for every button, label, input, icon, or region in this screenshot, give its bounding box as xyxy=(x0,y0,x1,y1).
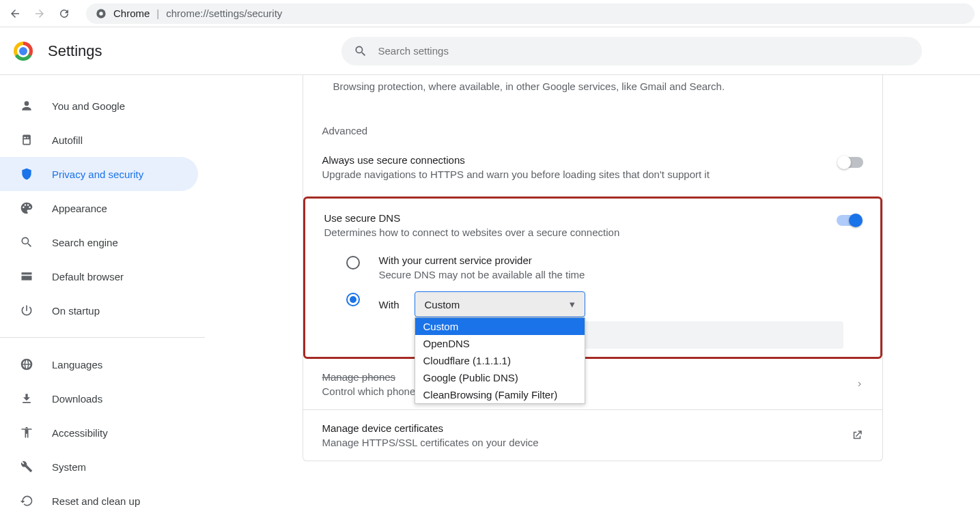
setting-description: Upgrade navigations to HTTPS and warn yo… xyxy=(322,169,825,180)
option-description: Secure DNS may not be available all the … xyxy=(379,269,585,280)
setting-always-secure-connections: Always use secure connections Upgrade na… xyxy=(303,143,882,191)
autofill-icon xyxy=(19,132,34,147)
person-icon xyxy=(19,98,34,113)
address-divider: | xyxy=(156,8,159,19)
sidebar-item-label: Reset and clean up xyxy=(52,495,140,507)
search-icon xyxy=(19,235,34,250)
setting-title: Use secure DNS xyxy=(324,212,823,224)
reload-button[interactable] xyxy=(55,4,74,23)
page-title: Settings xyxy=(48,42,102,60)
sidebar-item-system[interactable]: System xyxy=(0,450,198,484)
wrench-icon xyxy=(19,459,34,474)
sidebar-item-search-engine[interactable]: Search engine xyxy=(0,225,198,259)
secure-dns-provider-dropdown[interactable]: Custom ▾ xyxy=(415,291,585,317)
sidebar-item-label: You and Google xyxy=(52,100,125,112)
search-icon xyxy=(354,44,367,58)
address-prefix: Chrome xyxy=(113,8,150,19)
setting-manage-phones[interactable]: Manage phones Control which phones you u… xyxy=(303,359,882,409)
secure-dns-provider-dropdown-list: Custom OpenDNS Cloudflare (1.1.1.1) Goog… xyxy=(415,317,585,404)
sidebar-item-label: Accessibility xyxy=(52,427,108,439)
search-input[interactable] xyxy=(378,45,910,57)
secure-dns-option-current-provider[interactable]: With your current service provider Secur… xyxy=(305,249,880,286)
sidebar-item-label: Languages xyxy=(52,359,102,370)
dropdown-option-google[interactable]: Google (Public DNS) xyxy=(415,369,585,386)
external-link-icon xyxy=(851,429,863,441)
dropdown-option-custom[interactable]: Custom xyxy=(415,318,585,335)
palette-icon xyxy=(19,201,34,216)
toggle-always-secure-connections[interactable] xyxy=(839,157,863,168)
setting-title: Manage device certificates xyxy=(322,422,539,434)
sidebar-item-on-startup[interactable]: On startup xyxy=(0,293,198,328)
option-with-label: With xyxy=(379,299,400,310)
search-settings-field[interactable] xyxy=(341,37,922,66)
sidebar-item-label: Privacy and security xyxy=(52,169,143,180)
toggle-use-secure-dns[interactable] xyxy=(837,215,861,226)
option--title: With your current service provider xyxy=(379,254,585,266)
accessibility-icon xyxy=(19,425,34,440)
settings-sidebar: You and Google Autofill Privacy and secu… xyxy=(0,75,205,509)
sidebar-item-privacy-security[interactable]: Privacy and security xyxy=(0,157,198,191)
setting-use-secure-dns: Use secure DNS Determines how to connect… xyxy=(305,201,880,249)
secure-dns-option-with[interactable]: With Custom ▾ Custom OpenDNS xyxy=(305,286,880,354)
sidebar-item-accessibility[interactable]: Accessibility xyxy=(0,416,198,450)
sidebar-item-you-and-google[interactable]: You and Google xyxy=(0,89,198,123)
sidebar-item-label: On startup xyxy=(52,305,100,317)
download-icon xyxy=(19,391,34,406)
chevron-right-icon xyxy=(856,379,863,389)
sidebar-divider xyxy=(0,337,205,338)
sidebar-item-downloads[interactable]: Downloads xyxy=(0,381,198,416)
globe-icon xyxy=(19,357,34,372)
sidebar-item-appearance[interactable]: Appearance xyxy=(0,191,198,225)
dropdown-option-opendns[interactable]: OpenDNS xyxy=(415,335,585,352)
shield-icon xyxy=(19,166,34,181)
sidebar-item-label: Autofill xyxy=(52,134,83,146)
dropdown-selected-value: Custom xyxy=(425,299,460,310)
settings-panel: Browsing protection, where available, in… xyxy=(303,75,883,509)
address-url: chrome://settings/security xyxy=(166,8,282,19)
sidebar-item-reset[interactable]: Reset and clean up xyxy=(0,484,198,509)
radio-icon[interactable] xyxy=(346,293,360,306)
sidebar-item-label: Downloads xyxy=(52,393,102,405)
sidebar-item-default-browser[interactable]: Default browser xyxy=(0,259,198,293)
reset-icon xyxy=(19,493,34,508)
arrow-left-icon xyxy=(9,8,21,20)
browser-toolbar: Chrome | chrome://settings/security xyxy=(0,0,980,27)
advanced-section-title: Advanced xyxy=(303,106,882,143)
sidebar-item-languages[interactable]: Languages xyxy=(0,347,198,381)
sidebar-item-label: Search engine xyxy=(52,237,118,248)
setting-description: Manage HTTPS/SSL certificates on your de… xyxy=(322,437,539,448)
setting-description: Determines how to connect to websites ov… xyxy=(324,227,823,238)
dropdown-option-cleanbrowsing[interactable]: CleanBrowsing (Family Filter) xyxy=(415,386,585,403)
reload-icon xyxy=(58,8,70,20)
setting-title: Always use secure connections xyxy=(322,154,825,166)
chrome-icon xyxy=(96,8,107,19)
power-icon xyxy=(19,303,34,318)
back-button[interactable] xyxy=(5,4,25,23)
svg-point-1 xyxy=(99,12,102,15)
sidebar-item-label: Default browser xyxy=(52,271,124,282)
arrow-right-icon xyxy=(33,8,46,20)
setting-manage-certificates[interactable]: Manage device certificates Manage HTTPS/… xyxy=(303,409,882,461)
browser-icon xyxy=(19,269,34,284)
settings-header: Settings xyxy=(0,27,980,75)
dropdown-option-cloudflare[interactable]: Cloudflare (1.1.1.1) xyxy=(415,352,585,369)
chevron-down-icon: ▾ xyxy=(570,298,575,310)
safe-browsing-description: Browsing protection, where available, in… xyxy=(303,75,882,106)
main-content: Browsing protection, where available, in… xyxy=(205,75,980,509)
sidebar-item-autofill[interactable]: Autofill xyxy=(0,123,198,157)
radio-icon[interactable] xyxy=(346,256,360,270)
sidebar-item-label: Appearance xyxy=(52,203,107,214)
chrome-logo-icon xyxy=(14,42,33,61)
secure-dns-highlight: Use secure DNS Determines how to connect… xyxy=(303,197,882,359)
sidebar-item-label: System xyxy=(52,461,86,473)
forward-button[interactable] xyxy=(30,4,49,23)
address-bar[interactable]: Chrome | chrome://settings/security xyxy=(86,3,975,24)
